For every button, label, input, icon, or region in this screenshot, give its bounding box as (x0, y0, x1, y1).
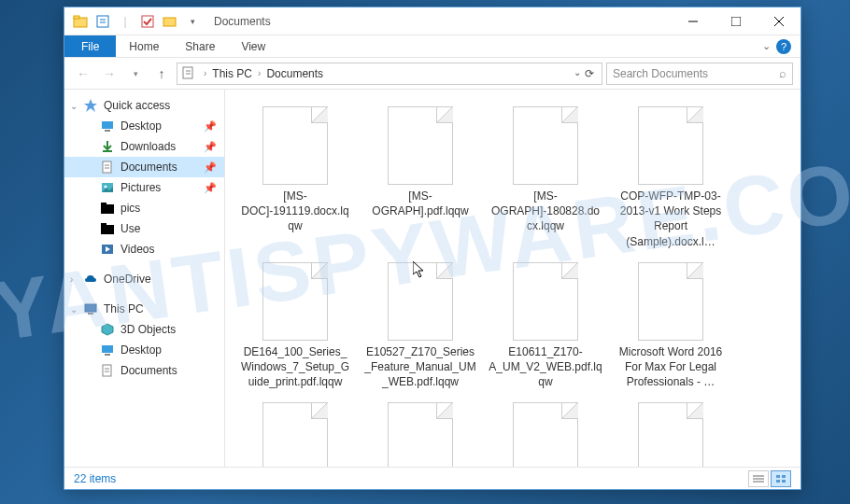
file-item[interactable] (610, 399, 731, 467)
up-button[interactable]: ↑ (150, 63, 173, 85)
nav-quick-access[interactable]: ⌄ Quick access (64, 95, 224, 116)
nav-label: 3D Objects (120, 323, 176, 336)
collapse-icon[interactable]: ⌄ (70, 304, 78, 315)
minimize-button[interactable] (672, 7, 715, 35)
file-icon (388, 106, 453, 185)
sidebar-item-use[interactable]: Use (64, 218, 224, 239)
window-title: Documents (214, 15, 271, 28)
sidebar-item-downloads[interactable]: Downloads📌 (64, 136, 224, 157)
svg-rect-2 (97, 16, 108, 27)
sidebar-item-videos[interactable]: Videos (64, 239, 224, 259)
nav-label: Desktop (120, 343, 162, 357)
nav-icon (100, 242, 115, 257)
file-item[interactable]: E10527_Z170_Series_Feature_Manual_UM_WEB… (360, 259, 481, 394)
expand-icon[interactable]: › (70, 274, 73, 285)
nav-label: Use (120, 222, 140, 235)
file-item[interactable]: DE164_100_Series_Windows_7_Setup_Guide_p… (234, 259, 356, 394)
file-item[interactable]: COP-WFP-TMP-03-2013-v1 Work Steps Report… (610, 103, 731, 253)
pin-icon: 📌 (204, 120, 217, 133)
nav-icon (100, 119, 115, 133)
qat-dropdown-icon[interactable]: ▾ (182, 11, 203, 32)
sidebar-item-documents[interactable]: Documents (64, 360, 224, 381)
recent-dropdown-icon[interactable]: ▾ (124, 63, 147, 85)
chevron-right-icon[interactable]: › (202, 68, 208, 78)
forward-button[interactable]: → (98, 63, 120, 85)
file-icon (388, 402, 453, 467)
address-bar: ← → ▾ ↑ › This PC › Documents ⌄ ⟳ ⌕ (64, 58, 800, 90)
back-button[interactable]: ← (72, 63, 94, 85)
file-item[interactable]: Microsoft Word 2016 For Max For Legal Pr… (610, 259, 731, 394)
svg-rect-29 (102, 345, 113, 353)
sidebar-item-pictures[interactable]: Pictures📌 (64, 177, 224, 198)
documents-icon (181, 65, 198, 82)
folder-icon (70, 11, 91, 32)
tab-home[interactable]: Home (116, 35, 172, 57)
file-item[interactable] (485, 399, 606, 467)
sidebar-item-desktop[interactable]: Desktop (64, 340, 224, 360)
body-area: ⌄ Quick access Desktop📌Downloads📌Documen… (64, 90, 800, 467)
help-icon[interactable]: ? (776, 39, 791, 54)
details-view-button[interactable] (748, 470, 769, 487)
new-folder-icon[interactable] (160, 11, 180, 32)
svg-rect-25 (101, 223, 106, 226)
breadcrumb-dropdown-icon[interactable]: ⌄ (574, 67, 581, 80)
svg-rect-30 (105, 354, 110, 356)
svg-rect-24 (101, 225, 114, 234)
content-pane[interactable]: [MS-DOC]-191119.docx.lqqw[MS-OGRAPH].pdf… (225, 90, 800, 467)
check-icon[interactable] (137, 11, 158, 32)
file-item[interactable]: [MS-DOC]-191119.docx.lqqw (234, 103, 356, 253)
pin-icon: 📌 (204, 182, 217, 194)
file-icon (262, 402, 328, 467)
file-icon (638, 262, 703, 341)
search-box[interactable]: ⌕ (606, 63, 793, 85)
close-button[interactable] (758, 7, 800, 35)
nav-icon (100, 201, 115, 216)
breadcrumb[interactable]: › This PC › Documents ⌄ ⟳ (177, 63, 602, 85)
svg-rect-38 (782, 475, 786, 478)
svg-rect-5 (142, 16, 153, 27)
navigation-pane[interactable]: ⌄ Quick access Desktop📌Downloads📌Documen… (64, 90, 225, 467)
ribbon-expand-icon[interactable]: ⌄ (762, 40, 771, 52)
star-icon (83, 98, 98, 113)
nav-icon (100, 139, 115, 154)
file-label: DE164_100_Series_Windows_7_Setup_Guide_p… (238, 344, 352, 390)
pin-icon: 📌 (204, 161, 217, 174)
explorer-window: | ▾ Documents File Home Share View ⌄ ? ←… (64, 7, 801, 490)
titlebar: | ▾ Documents (64, 7, 800, 35)
file-item[interactable]: E10611_Z170-A_UM_V2_WEB.pdf.lqqw (485, 259, 606, 394)
nav-icon (100, 180, 115, 195)
sidebar-item-3d-objects[interactable]: 3D Objects (64, 319, 224, 340)
file-tab[interactable]: File (64, 35, 116, 57)
file-icon (262, 106, 328, 185)
window-controls (672, 7, 800, 35)
icons-view-button[interactable] (771, 470, 791, 487)
file-item[interactable]: MOAC_Word_2016_Core.pdf.lqqw (360, 399, 481, 467)
chevron-right-icon[interactable]: › (256, 68, 262, 78)
file-item[interactable]: MNL-0875.pdf.lqqw (234, 399, 356, 467)
search-icon[interactable]: ⌕ (779, 66, 786, 80)
sidebar-item-desktop[interactable]: Desktop📌 (64, 116, 224, 136)
svg-rect-15 (105, 130, 110, 132)
svg-rect-31 (103, 365, 111, 376)
svg-rect-11 (183, 67, 192, 78)
tab-view[interactable]: View (228, 35, 278, 57)
pin-icon: 📌 (204, 141, 217, 153)
svg-rect-22 (101, 204, 114, 214)
file-item[interactable]: [MS-OGRAPH].pdf.lqqw (360, 103, 481, 253)
sidebar-item-pics[interactable]: pics (64, 198, 224, 218)
file-icon (638, 402, 703, 467)
sidebar-item-documents[interactable]: Documents📌 (64, 157, 224, 177)
tab-share[interactable]: Share (172, 35, 228, 57)
collapse-icon[interactable]: ⌄ (70, 101, 78, 111)
search-input[interactable] (613, 67, 779, 80)
maximize-button[interactable] (715, 7, 758, 35)
file-item[interactable]: [MS-OGRAPH]-180828.docx.lqqw (485, 103, 606, 253)
nav-onedrive[interactable]: › OneDrive (64, 269, 224, 289)
refresh-icon[interactable]: ⟳ (585, 67, 594, 80)
properties-icon[interactable] (92, 11, 113, 32)
file-icon (513, 262, 578, 341)
svg-rect-1 (74, 16, 79, 19)
nav-thispc[interactable]: ⌄ This PC (64, 299, 224, 319)
breadcrumb-documents[interactable]: Documents (262, 67, 327, 80)
breadcrumb-thispc[interactable]: This PC (208, 67, 256, 80)
